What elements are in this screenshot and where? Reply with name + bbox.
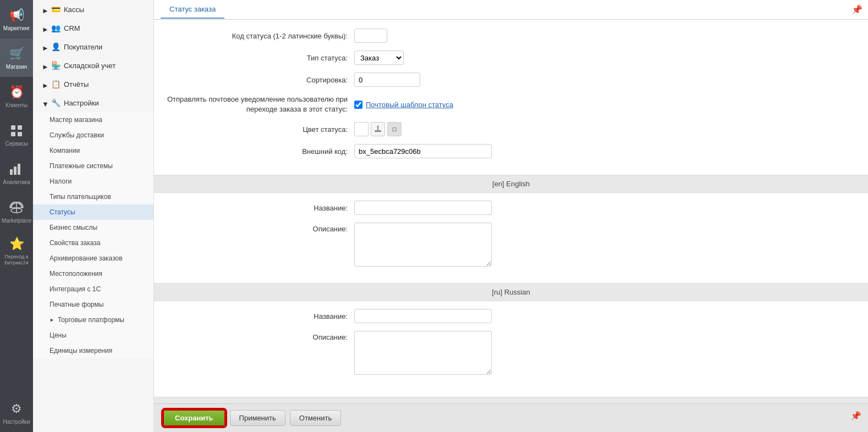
shop-icon: 🛒 [9,46,24,62]
settings-label: Настройки [3,419,30,425]
marketing-label: Маркетинг [3,25,30,32]
email-notify-label: Отправлять почтовое уведомление пользова… [167,95,354,114]
sub-item-taxes-label: Налоги [50,178,72,185]
settings-section-arrow: ▼ [42,100,47,106]
sort-input[interactable] [354,73,420,87]
sub-item-payment[interactable]: Платежные системы [33,158,153,174]
cancel-button[interactable]: Отменить [290,410,341,426]
nav-item-crm[interactable]: ► 👥 CRM [33,19,153,37]
sub-item-business-label: Бизнес смыслы [50,224,97,231]
sub-item-delivery-label: Службы доставки [50,131,104,139]
nav-item-warehouse[interactable]: ► 🏪 Складской учет [33,56,153,75]
email-template-link[interactable]: Почтовый шаблон статуса [366,101,453,109]
nav-item-buyers[interactable]: ► 👤 Покупатели [33,37,153,56]
tab-order-status[interactable]: Статус заказа [161,1,224,19]
sidebar-item-analytics[interactable]: Аналитика [0,154,33,192]
sub-item-master[interactable]: Мастер магазина [33,112,153,128]
color-picker-button[interactable] [371,122,385,136]
ru-desc-textarea[interactable] [354,331,492,375]
sub-item-business[interactable]: Бизнес смыслы [33,220,153,235]
sub-item-delivery[interactable]: Службы доставки [33,128,153,143]
services-icon [9,123,24,139]
nav-item-reports[interactable]: ► 📋 Отчёты [33,75,153,93]
bitrix24-icon: ⭐ [9,236,24,252]
crm-arrow: ► [42,25,47,31]
reports-arrow: ► [42,81,47,87]
color-clear-button[interactable]: □ [387,122,402,136]
platforms-arrow: ► [50,317,54,323]
sub-item-units-label: Единицы измерения [50,347,112,355]
email-notify-control: Почтовый шаблон статуса [354,101,855,109]
sub-item-locations[interactable]: Местоположения [33,266,153,281]
access-section-header: Права на доступ [154,397,868,403]
clients-icon: ⏰ [9,85,24,100]
sub-item-statuses-label: Статусы [50,208,75,216]
nav-item-kassy[interactable]: ► 💳 Кассы [33,0,153,19]
sub-item-printforms[interactable]: Печатные формы [33,297,153,312]
color-control: □ [354,122,855,136]
sidebar-item-shop[interactable]: 🛒 Магазин [0,38,33,77]
sub-item-integration[interactable]: Интеграция с 1С [33,281,153,297]
sidebar-item-services[interactable]: Сервисы [0,115,33,154]
warehouse-icon: 🏪 [51,60,61,70]
form-section-ru: Название: Описание: [154,301,868,391]
ru-desc-control [354,331,855,375]
settings-section-label: Настройки [64,99,99,107]
status-code-input[interactable] [354,29,387,43]
buyers-icon: 👤 [51,42,61,52]
marketplace-icon [9,200,24,215]
external-code-input[interactable] [354,144,492,158]
sidebar-item-marketing[interactable]: 📢 Маркетинг [0,0,33,38]
warehouse-arrow: ► [42,63,47,68]
sub-item-archiving[interactable]: Архивирование заказов [33,251,153,266]
sub-item-payers[interactable]: Типы плательщиков [33,189,153,204]
sub-item-master-label: Мастер магазина [50,116,102,124]
sub-item-companies[interactable]: Компании [33,143,153,158]
reports-icon: 📋 [51,79,61,89]
sub-item-order-props-label: Свойства заказа [50,239,100,247]
kassy-label: Кассы [64,5,84,14]
kassy-icon: 💳 [51,4,61,14]
form-row-color: Цвет статуса: □ [167,122,855,136]
clients-label: Клиенты [6,102,28,109]
sidebar-item-marketplace[interactable]: Marketplace [0,192,33,231]
status-type-select[interactable]: Заказ Оплата Доставка [354,51,404,65]
settings-subitems: Мастер магазина Службы доставки Компании… [33,112,153,358]
email-notify-checkbox-group: Почтовый шаблон статуса [354,101,453,109]
sidebar-item-clients[interactable]: ⏰ Клиенты [0,77,33,115]
nav-item-settings-section[interactable]: ▼ 🔧 Настройки [33,93,153,112]
crm-label: CRM [64,24,80,32]
form-row-ru-name: Название: [167,309,855,323]
en-name-control [354,201,855,215]
en-desc-control [354,223,855,267]
en-name-input[interactable] [354,201,492,215]
sub-item-order-props[interactable]: Свойства заказа [33,235,153,251]
status-type-control: Заказ Оплата Доставка [354,51,855,65]
sidebar-item-settings[interactable]: ⚙ Настройки [0,394,33,432]
en-desc-textarea[interactable] [354,223,492,267]
sub-item-platforms-label: Торговые платформы [58,316,124,324]
external-code-control [354,144,855,158]
sub-item-platforms[interactable]: ► Торговые платформы [33,312,153,328]
tab-bar: Статус заказа 📌 [154,0,868,20]
status-code-label: Код статуса (1-2 латинские буквы): [167,32,354,40]
form-row-ru-desc: Описание: [167,331,855,375]
sub-item-prices[interactable]: Цены [33,328,153,343]
email-notify-checkbox[interactable] [354,101,362,109]
pin-icon: 📌 [851,4,862,15]
svg-marker-12 [377,125,379,127]
sidebar-item-bitrix24[interactable]: ⭐ Переход в Битрикс24 [0,231,33,270]
form-row-email-notify: Отправлять почтовое уведомление пользова… [167,95,855,114]
svg-rect-4 [10,169,13,175]
apply-button[interactable]: Применить [230,410,285,426]
bottom-pin-icon: 📌 [850,411,861,421]
form-row-status-code: Код статуса (1-2 латинские буквы): [167,29,855,43]
sub-item-units[interactable]: Единицы измерения [33,343,153,358]
color-box [354,122,369,136]
ru-name-control [354,309,855,323]
ru-name-input[interactable] [354,309,492,323]
sub-item-statuses[interactable]: Статусы [33,204,153,220]
save-button[interactable]: Сохранить [163,409,226,427]
sub-item-companies-label: Компании [50,147,80,154]
sub-item-taxes[interactable]: Налоги [33,174,153,189]
